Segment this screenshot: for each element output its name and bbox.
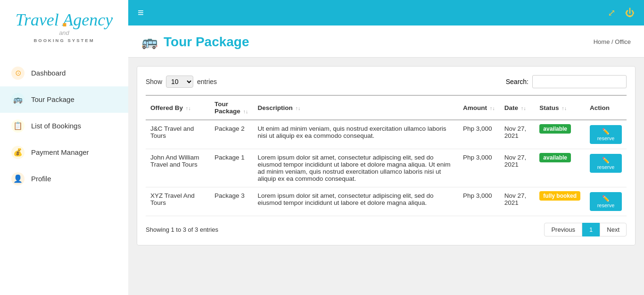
col-offered-by[interactable]: Offered By ↑↓ xyxy=(146,95,210,120)
reserve-label-2: reserve xyxy=(597,202,615,208)
dashboard-icon: ⊙ xyxy=(11,67,25,80)
breadcrumb-home[interactable]: Home xyxy=(594,38,610,45)
reserve-icon-0: ✏️ xyxy=(602,128,610,135)
page-header: 🚌 Tour Package Home / Office xyxy=(128,25,644,58)
sidebar-item-tour-package[interactable]: 🚌 Tour Package xyxy=(0,86,128,113)
cell-status-2: fully booked xyxy=(535,187,585,216)
breadcrumb: Home / Office xyxy=(594,38,631,45)
page-1-button[interactable]: 1 xyxy=(582,223,600,236)
next-button[interactable]: Next xyxy=(600,223,627,236)
status-badge-0: available xyxy=(539,124,571,134)
cell-description-2: Lorem ipsum dolor sit amet, consectetur … xyxy=(253,187,458,216)
cell-offered-by-1: John And William Travel and Tours xyxy=(146,149,210,187)
table-row: J&C Travel and Tours Package 2 Ut enim a… xyxy=(146,120,627,149)
list-bookings-icon: 📋 xyxy=(11,119,25,133)
cell-description-0: Ut enim ad minim veniam, quis nostrud ex… xyxy=(253,120,458,149)
logo-agency: Agency xyxy=(63,10,113,29)
cell-action-2: ✏️ reserve xyxy=(585,187,627,216)
search-input[interactable] xyxy=(532,75,627,88)
reserve-label-0: reserve xyxy=(597,135,615,141)
cell-date-0: Nov 27, 2021 xyxy=(500,120,535,149)
data-table: Offered By ↑↓ TourPackage ↑↓ Description… xyxy=(146,95,627,216)
topbar: ≡ ⤢ ⏻ xyxy=(128,0,644,25)
cell-date-1: Nov 27, 2021 xyxy=(500,149,535,187)
table-footer: Showing 1 to 3 of 3 entries Previous 1 N… xyxy=(146,223,627,236)
sidebar-item-profile[interactable]: 👤 Profile xyxy=(0,166,128,192)
cell-description-1: Lorem ipsum dolor sit amet, consectetur … xyxy=(253,149,458,187)
page-title-text: Tour Package xyxy=(164,34,249,50)
entries-label: entries xyxy=(197,78,217,85)
cell-amount-0: Php 3,000 xyxy=(458,120,500,149)
reserve-button-2[interactable]: ✏️ reserve xyxy=(590,192,622,211)
sidebar-label-payment-manager: Payment Manager xyxy=(31,148,89,156)
cell-action-0: ✏️ reserve xyxy=(585,120,627,149)
col-date[interactable]: Date ↑↓ xyxy=(500,95,535,120)
status-badge-2: fully booked xyxy=(539,191,580,201)
payment-manager-icon: 💰 xyxy=(11,146,25,159)
reserve-icon-1: ✏️ xyxy=(602,157,610,164)
prev-button[interactable]: Previous xyxy=(544,223,582,236)
reserve-button-0[interactable]: ✏️ reserve xyxy=(590,125,622,144)
sidebar-label-tour-package: Tour Package xyxy=(31,95,74,103)
topbar-right-icons: ⤢ ⏻ xyxy=(608,7,635,18)
content-area: 🚌 Tour Package Home / Office Show 10 25 … xyxy=(128,25,644,295)
power-icon[interactable]: ⏻ xyxy=(625,8,635,18)
logo-dot xyxy=(63,23,66,26)
cell-tour-package-1: Package 1 xyxy=(210,149,253,187)
col-description[interactable]: Description ↑↓ xyxy=(253,95,458,120)
reserve-label-1: reserve xyxy=(597,164,615,170)
sidebar-label-profile: Profile xyxy=(31,175,51,183)
cell-action-1: ✏️ reserve xyxy=(585,149,627,187)
main-content: ≡ ⤢ ⏻ 🚌 Tour Package Home / Office S xyxy=(128,0,644,295)
table-row: XYZ Travel And Tours Package 3 Lorem ips… xyxy=(146,187,627,216)
col-amount[interactable]: Amount ↑↓ xyxy=(458,95,500,120)
reserve-button-1[interactable]: ✏️ reserve xyxy=(590,154,622,173)
logo-travel: Travel xyxy=(16,10,59,29)
page-title: 🚌 Tour Package xyxy=(141,34,249,50)
profile-icon: 👤 xyxy=(11,172,25,185)
col-status[interactable]: Status ↑↓ xyxy=(535,95,585,120)
cell-status-0: available xyxy=(535,120,585,149)
cell-tour-package-2: Package 3 xyxy=(210,187,253,216)
show-entries-control: Show 10 25 50 100 entries xyxy=(146,76,217,88)
sidebar: Travel Agency and BOOKING SYSTEM ⊙ Dashb… xyxy=(0,0,128,295)
entries-select[interactable]: 10 25 50 100 xyxy=(166,76,193,88)
cell-date-2: Nov 27, 2021 xyxy=(500,187,535,216)
reserve-icon-2: ✏️ xyxy=(602,195,610,202)
menu-toggle-icon[interactable]: ≡ xyxy=(138,7,144,19)
status-badge-1: available xyxy=(539,153,571,162)
table-row: John And William Travel and Tours Packag… xyxy=(146,149,627,187)
table-controls: Show 10 25 50 100 entries Search: xyxy=(146,75,627,88)
show-label: Show xyxy=(146,78,162,85)
sidebar-item-payment-manager[interactable]: 💰 Payment Manager xyxy=(0,139,128,166)
cell-tour-package-0: Package 2 xyxy=(210,120,253,149)
cell-offered-by-0: J&C Travel and Tours xyxy=(146,120,210,149)
pagination: Previous 1 Next xyxy=(544,223,627,236)
sidebar-item-dashboard[interactable]: ⊙ Dashboard xyxy=(0,60,128,86)
logo-booking-system: BOOKING SYSTEM xyxy=(33,38,94,43)
cell-amount-2: Php 3,000 xyxy=(458,187,500,216)
col-action: Action xyxy=(585,95,627,120)
logo-and: and xyxy=(59,29,69,36)
tour-package-icon: 🚌 xyxy=(11,93,25,106)
cell-offered-by-2: XYZ Travel And Tours xyxy=(146,187,210,216)
entries-info: Showing 1 to 3 of 3 entries xyxy=(146,226,218,233)
sidebar-nav: ⊙ Dashboard 🚌 Tour Package 📋 List of Boo… xyxy=(0,51,128,295)
cell-status-1: available xyxy=(535,149,585,187)
breadcrumb-current: Office xyxy=(615,38,631,45)
search-box: Search: xyxy=(506,75,627,88)
expand-icon[interactable]: ⤢ xyxy=(608,7,616,18)
logo-section: Travel Agency and BOOKING SYSTEM xyxy=(0,0,128,51)
sidebar-label-list-bookings: List of Bookings xyxy=(31,122,81,130)
col-tour-package[interactable]: TourPackage ↑↓ xyxy=(210,95,253,120)
page-title-icon: 🚌 xyxy=(141,34,158,50)
sidebar-item-list-of-bookings[interactable]: 📋 List of Bookings xyxy=(0,113,128,139)
table-header-row: Offered By ↑↓ TourPackage ↑↓ Description… xyxy=(146,95,627,120)
table-card: Show 10 25 50 100 entries Search: xyxy=(137,66,636,245)
sidebar-label-dashboard: Dashboard xyxy=(31,69,66,77)
cell-amount-1: Php 3,000 xyxy=(458,149,500,187)
search-label: Search: xyxy=(506,78,528,85)
